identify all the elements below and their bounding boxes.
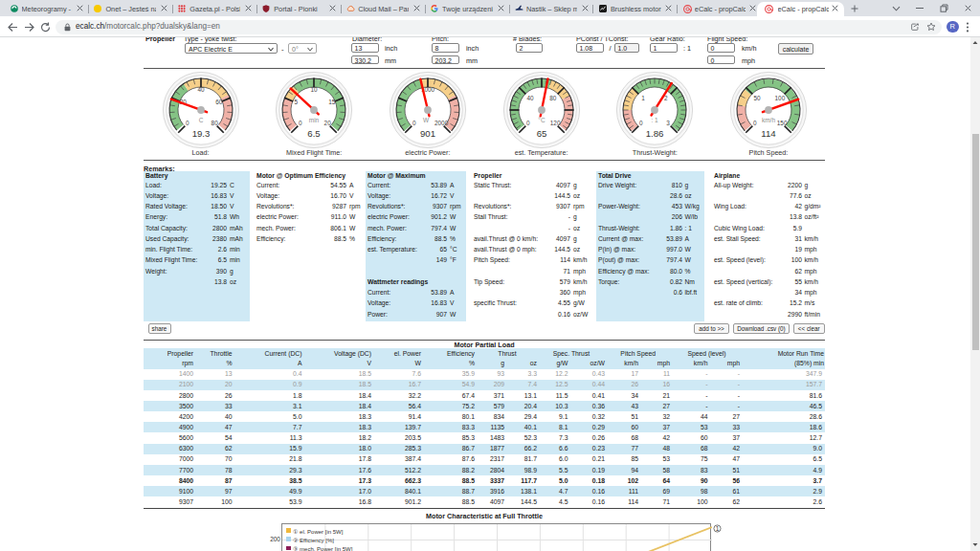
svg-text:15: 15 [328, 99, 336, 105]
svg-text:6.5: 6.5 [308, 128, 321, 139]
svg-text:1: 1 [642, 95, 646, 101]
svg-text:0: 0 [753, 120, 757, 126]
svg-text:0: 0 [186, 120, 189, 126]
svg-text:1: 1 [716, 525, 720, 532]
svg-text:20: 20 [324, 120, 332, 126]
svg-text:C: C [198, 116, 203, 122]
svg-text:10: 10 [311, 86, 319, 93]
svg-text:40: 40 [526, 95, 534, 101]
svg-text:80: 80 [211, 120, 218, 126]
svg-text:0: 0 [639, 120, 643, 126]
svg-text:65: 65 [536, 128, 546, 139]
svg-text:100: 100 [775, 95, 786, 101]
svg-text:1.86: 1.86 [646, 128, 664, 139]
svg-text:min: min [309, 116, 320, 122]
svg-text:3: 3 [667, 120, 671, 126]
svg-text:0: 0 [412, 120, 416, 126]
svg-text:km/h: km/h [762, 116, 775, 122]
svg-text:40: 40 [197, 86, 205, 93]
svg-text:60: 60 [215, 99, 223, 105]
svg-text:150: 150 [777, 120, 788, 126]
svg-text:901: 901 [420, 128, 435, 139]
svg-text:0: 0 [299, 120, 302, 126]
svg-text:19.3: 19.3 [191, 128, 210, 139]
svg-text:0: 0 [526, 120, 530, 126]
svg-text:80: 80 [549, 95, 557, 101]
svg-text:W: W [423, 116, 430, 122]
svg-text:114: 114 [761, 128, 776, 139]
svg-text:: 1: : 1 [652, 116, 659, 122]
svg-text:°C: °C [538, 116, 546, 122]
svg-text:2000: 2000 [434, 120, 449, 126]
svg-text:50: 50 [754, 95, 762, 101]
svg-text:120: 120 [549, 120, 560, 126]
svg-text:5: 5 [295, 99, 299, 105]
